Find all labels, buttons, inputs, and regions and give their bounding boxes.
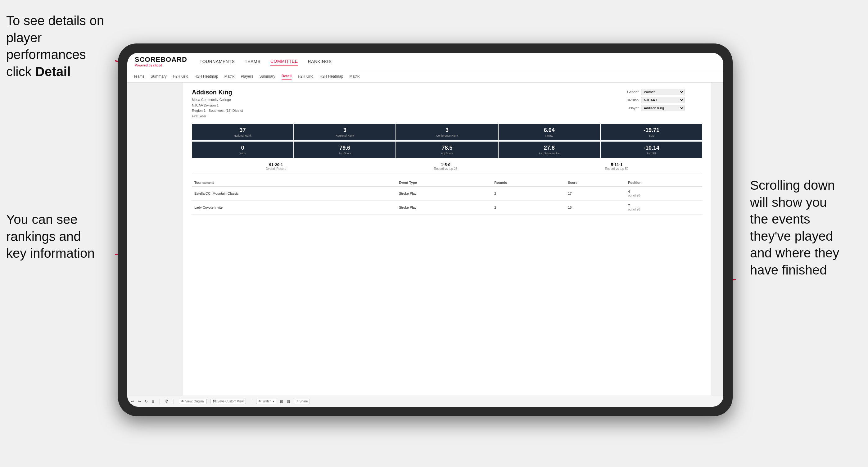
tablet-screen: SCOREBOARD Powered by clippd TOURNAMENTS… [127, 53, 723, 407]
player-controls: Gender Women Men Division NJCAA I [621, 89, 702, 119]
division-control: Division NJCAA I NJCAA II [621, 97, 702, 103]
bottom-toolbar: ↩ ↪ ↻ ⊕ ⏱ 👁 View: Original 💾 Save Custom… [127, 396, 723, 407]
record-top50: 5-11-1 Record vs top 50 [605, 162, 629, 170]
subnav-h2h-grid2[interactable]: H2H Grid [298, 73, 313, 80]
refresh-icon[interactable]: ↻ [145, 399, 148, 404]
stats-row-1: 37 National Rank 3 Regional Rank 3 Confe… [192, 124, 702, 141]
player-control: Player Addison King [621, 105, 702, 111]
col-rounds: Rounds [492, 179, 565, 187]
stat-avg-sg: -10.14 Avg SG [601, 142, 702, 158]
player-division: NJCAA Division 1 [192, 103, 219, 107]
stat-points: 6.04 Points [499, 124, 600, 141]
player-label: Player [621, 106, 639, 110]
position-2: 7 out of 20 [625, 200, 702, 215]
rounds-2: 2 [492, 200, 565, 215]
player-info: Addison King Mesa Community College NJCA… [192, 89, 243, 119]
division-select[interactable]: NJCAA I NJCAA II [641, 97, 685, 103]
stats-row-2: 0 Wins 79.6 Avg Score 78.5 Adj Score 2 [192, 142, 702, 158]
table-row: Lady Coyote Invite Stroke Play 2 16 7 ou… [192, 200, 702, 215]
event-type-1: Stroke Play [397, 187, 492, 200]
watch-icon: 👁 [258, 400, 261, 403]
gender-label: Gender [621, 90, 639, 94]
tablet-shell: SCOREBOARD Powered by clippd TOURNAMENTS… [118, 43, 733, 416]
player-region: Region 1 - Southwest (18) District [192, 109, 243, 113]
record-overall: 91-20-1 Overall Record [266, 162, 286, 170]
score-1: 17 [565, 187, 625, 200]
logo-text: SCOREBOARD [135, 56, 187, 64]
record-top25: 1-5-0 Record vs top 25 [434, 162, 458, 170]
redo-icon[interactable]: ↪ [138, 399, 141, 404]
player-select[interactable]: Addison King [641, 105, 685, 111]
annotation-bottom-left: You can see rankings and key information [6, 211, 112, 262]
undo-icon[interactable]: ↩ [131, 399, 134, 404]
save-icon: 💾 [213, 400, 216, 403]
zoom-icon[interactable]: ⊕ [152, 399, 155, 404]
col-event-type: Event Type [397, 179, 492, 187]
app-container: SCOREBOARD Powered by clippd TOURNAMENTS… [127, 53, 723, 407]
stat-avg-score: 79.6 Avg Score [294, 142, 396, 158]
rounds-1: 2 [492, 187, 565, 200]
watch-chevron: ▾ [273, 400, 274, 403]
subnav-teams[interactable]: Teams [133, 73, 144, 80]
annotation-top-left: To see details on player performances cl… [6, 12, 112, 80]
player-name: Addison King [192, 89, 243, 96]
content-area: Addison King Mesa Community College NJCA… [183, 83, 711, 396]
view-original-btn[interactable]: 👁 View: Original [179, 399, 207, 404]
left-sidebar [127, 83, 183, 396]
main-content: Addison King Mesa Community College NJCA… [127, 83, 723, 396]
top-nav: SCOREBOARD Powered by clippd TOURNAMENTS… [127, 53, 723, 70]
subnav-h2h-heatmap[interactable]: H2H Heatmap [195, 73, 218, 80]
layout-icon[interactable]: ⊞ [280, 399, 283, 404]
player-header: Addison King Mesa Community College NJCA… [192, 89, 702, 119]
stat-adj-score: 78.5 Adj Score [396, 142, 498, 158]
annotation-right: Scrolling down will show you the events … [750, 177, 862, 279]
gender-select[interactable]: Women Men [641, 89, 685, 95]
share-icon: ↗ [296, 400, 298, 403]
view-icon: 👁 [181, 400, 184, 403]
subnav-players[interactable]: Players [241, 73, 253, 80]
logo-sub: Powered by clippd [135, 64, 187, 67]
records-row: 91-20-1 Overall Record 1-5-0 Record vs t… [192, 159, 702, 174]
player-college: Mesa Community College [192, 98, 231, 101]
save-custom-view-btn[interactable]: 💾 Save Custom View [211, 399, 246, 404]
top-nav-items: TOURNAMENTS TEAMS COMMITTEE RANKINGS [199, 57, 332, 65]
event-type-2: Stroke Play [397, 200, 492, 215]
col-score: Score [565, 179, 625, 187]
table-row: Estella CC- Mountain Classic Stroke Play… [192, 187, 702, 200]
nav-committee[interactable]: COMMITTEE [270, 57, 298, 65]
nav-teams[interactable]: TEAMS [245, 58, 260, 65]
col-tournament: Tournament [192, 179, 362, 187]
player-year: First Year [192, 114, 206, 118]
stat-regional-rank: 3 Regional Rank [294, 124, 396, 141]
subnav-matrix[interactable]: Matrix [224, 73, 235, 80]
clock-icon[interactable]: ⏱ [165, 399, 168, 404]
stat-avg-score-par: 27.8 Avg Score to Par [499, 142, 600, 158]
gender-control: Gender Women Men [621, 89, 702, 95]
col-position: Position [625, 179, 702, 187]
grid-icon[interactable]: ⊟ [287, 399, 290, 404]
logo-area: SCOREBOARD Powered by clippd [135, 56, 187, 67]
watch-btn[interactable]: 👁 Watch ▾ [256, 399, 276, 404]
division-label: Division [621, 98, 639, 102]
right-sidebar [711, 83, 723, 396]
subnav-h2h-grid[interactable]: H2H Grid [173, 73, 188, 80]
position-1: 4 out of 20 [625, 187, 702, 200]
nav-tournaments[interactable]: TOURNAMENTS [199, 58, 235, 65]
subnav-matrix2[interactable]: Matrix [349, 73, 360, 80]
subnav-detail[interactable]: Detail [282, 73, 292, 80]
stat-wins: 0 Wins [192, 142, 293, 158]
stat-national-rank: 37 National Rank [192, 124, 293, 141]
separator-3 [251, 399, 251, 404]
sub-nav: Teams Summary H2H Grid H2H Heatmap Matri… [127, 70, 723, 83]
stat-conference-rank: 3 Conference Rank [396, 124, 498, 141]
col-empty [362, 179, 397, 187]
subnav-summary2[interactable]: Summary [259, 73, 275, 80]
stat-sos: -19.71 SoS [601, 124, 702, 141]
tournament-name-2: Lady Coyote Invite [192, 200, 397, 215]
subnav-summary[interactable]: Summary [151, 73, 166, 80]
subnav-h2h-heatmap2[interactable]: H2H Heatmap [319, 73, 343, 80]
nav-rankings[interactable]: RANKINGS [308, 58, 332, 65]
tournament-table: Tournament Event Type Rounds Score Posit… [192, 179, 702, 215]
share-btn[interactable]: ↗ Share [294, 399, 310, 404]
separator-2 [174, 399, 174, 404]
